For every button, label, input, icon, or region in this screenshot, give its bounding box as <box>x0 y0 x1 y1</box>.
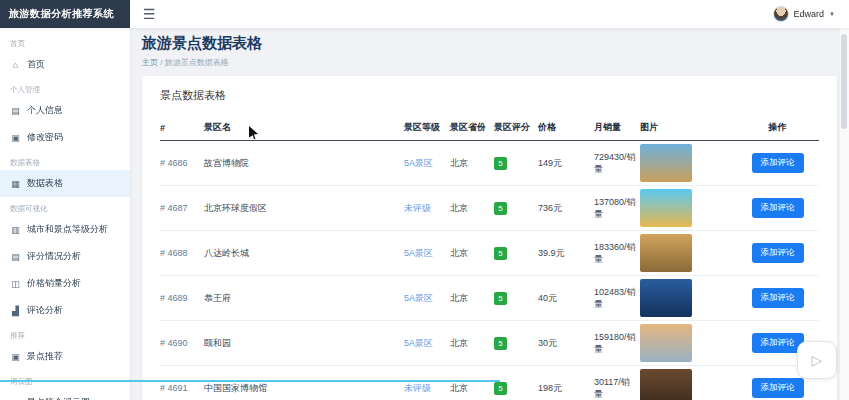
attraction-id: # 4687 <box>160 203 204 213</box>
lock-icon: ▣ <box>10 133 21 143</box>
attraction-level-link[interactable]: 5A景区 <box>404 292 450 305</box>
add-comment-button[interactable]: 添加评论 <box>752 333 804 353</box>
data-table-card: 景点数据表格 # 景区名 景区等级 景区省份 景区评分 价格 月销量 图片 操作 <box>142 76 837 400</box>
attraction-price: 149元 <box>538 157 594 170</box>
sidebar-item[interactable]: ▭ 景点简介词云图 <box>0 389 130 400</box>
universal-resort-thumbnail <box>640 189 692 227</box>
recommend-icon: ▣ <box>10 352 21 362</box>
table-body: # 4686 故宫博物院 5A景区 北京 5 149元 729430/销量 添加… <box>160 141 819 400</box>
attraction-province: 北京 <box>450 337 494 350</box>
score-badge: 5 <box>494 337 507 350</box>
breadcrumb-current: 旅游景点数据表格 <box>165 58 229 67</box>
sidebar-item-label: 修改密码 <box>27 131 63 144</box>
monthly-sales: 137080/销量 <box>594 196 640 220</box>
chevron-down-icon: ▼ <box>829 11 835 17</box>
attraction-level-link[interactable]: 未评级 <box>404 202 450 215</box>
table-column-header: 价格 <box>538 121 594 134</box>
sidebar-item[interactable]: ▦ 数据表格 <box>0 170 130 197</box>
sidebar-item-label: 景点简介词云图 <box>27 396 90 400</box>
sidebar-section-label: 推荐 <box>0 324 130 343</box>
attraction-name: 恭王府 <box>204 292 404 305</box>
sidebar-item-label: 个人信息 <box>27 104 63 117</box>
sidebar-item-label: 景点推荐 <box>27 350 63 363</box>
app-title: 旅游数据分析推荐系统 <box>0 0 130 28</box>
table-row: # 4690 颐和园 5A景区 北京 5 30元 159180/销量 添加评论 <box>160 321 819 366</box>
user-icon: ▤ <box>10 106 21 116</box>
sidebar-item[interactable]: ▟ 评论分析 <box>0 297 130 324</box>
palace-museum-thumbnail <box>640 144 692 182</box>
score-badge: 5 <box>494 292 507 305</box>
attraction-id: # 4686 <box>160 158 204 168</box>
video-progress-line <box>0 380 500 382</box>
sidebar-item-label: 价格销量分析 <box>27 277 81 290</box>
attraction-name: 故宫博物院 <box>204 157 404 170</box>
attraction-province: 北京 <box>450 247 494 260</box>
add-comment-button[interactable]: 添加评论 <box>752 198 804 218</box>
add-comment-button[interactable]: 添加评论 <box>752 243 804 263</box>
attraction-name: 中国国家博物馆 <box>204 382 404 395</box>
table-column-header: 景区省份 <box>450 121 494 134</box>
add-comment-button[interactable]: 添加评论 <box>752 378 804 398</box>
user-name[interactable]: Edward <box>794 9 825 19</box>
sidebar-item[interactable]: ▣ 景点推荐 <box>0 343 130 370</box>
national-museum-thumbnail <box>640 369 692 400</box>
monthly-sales: 183360/销量 <box>594 241 640 265</box>
play-icon: ▷ <box>812 352 823 368</box>
scrollbar-thumb[interactable] <box>841 34 847 129</box>
score-chart-icon: ▤ <box>10 252 21 262</box>
score-badge: 5 <box>494 382 507 395</box>
attraction-level-link[interactable]: 5A景区 <box>404 337 450 350</box>
breadcrumb-separator: / <box>160 58 162 67</box>
price-sales-chart-icon: ◫ <box>10 279 21 289</box>
add-comment-button[interactable]: 添加评论 <box>752 288 804 308</box>
attraction-price: 40元 <box>538 292 594 305</box>
breadcrumb: 主页 / 旅游景点数据表格 <box>142 57 837 68</box>
play-button[interactable]: ▷ <box>797 341 837 379</box>
avatar[interactable] <box>773 6 789 22</box>
sidebar: 首页 ⌂ 首页 个人管理 ▤ 个人信息 ▣ 修改密码 数据表格 ▦ 数据表格 数… <box>0 28 130 400</box>
sidebar-item[interactable]: ▥ 城市和景点等级分析 <box>0 216 130 243</box>
table-column-header: 操作 <box>740 121 819 134</box>
attraction-level-link[interactable]: 5A景区 <box>404 157 450 170</box>
attraction-province: 北京 <box>450 202 494 215</box>
add-comment-button[interactable]: 添加评论 <box>752 153 804 173</box>
attraction-level-link[interactable]: 5A景区 <box>404 247 450 260</box>
breadcrumb-home-link[interactable]: 主页 <box>142 58 158 67</box>
sidebar-item-label: 首页 <box>27 58 45 71</box>
table-column-header: # <box>160 123 204 133</box>
table-row: # 4689 恭王府 5A景区 北京 5 40元 102483/销量 添加评论 <box>160 276 819 321</box>
prince-gong-mansion-thumbnail <box>640 279 692 317</box>
monthly-sales: 729430/销量 <box>594 151 640 175</box>
score-badge: 5 <box>494 247 507 260</box>
sidebar-item[interactable]: ⌂ 首页 <box>0 51 130 78</box>
sidebar-item[interactable]: ▤ 评分情况分析 <box>0 243 130 270</box>
attraction-id: # 4691 <box>160 383 204 393</box>
score-badge: 5 <box>494 202 507 215</box>
sidebar-section-label: 数据可视化 <box>0 197 130 216</box>
sidebar-item-label: 评论分析 <box>27 304 63 317</box>
attraction-price: 198元 <box>538 382 594 395</box>
sidebar-item[interactable]: ◫ 价格销量分析 <box>0 270 130 297</box>
sidebar-item[interactable]: ▣ 修改密码 <box>0 124 130 151</box>
attraction-id: # 4688 <box>160 248 204 258</box>
attraction-price: 39.9元 <box>538 247 594 260</box>
comment-chart-icon: ▟ <box>10 306 21 316</box>
table-icon: ▦ <box>10 179 21 189</box>
page-scrollbar[interactable] <box>839 28 849 400</box>
great-wall-thumbnail <box>640 234 692 272</box>
attraction-level-link[interactable]: 未评级 <box>404 382 450 395</box>
user-menu[interactable]: Edward ▼ <box>773 0 849 28</box>
summer-palace-thumbnail <box>640 324 692 362</box>
home-icon: ⌂ <box>10 60 21 70</box>
hamburger-menu-icon[interactable]: ☰ <box>143 7 156 21</box>
table-column-header: 月销量 <box>594 121 640 133</box>
top-navbar: 旅游数据分析推荐系统 ☰ Edward ▼ <box>0 0 849 28</box>
sidebar-item-label: 城市和景点等级分析 <box>27 223 108 236</box>
sidebar-item-label: 数据表格 <box>27 177 63 190</box>
table-column-header: 景区评分 <box>494 121 538 134</box>
attraction-id: # 4689 <box>160 293 204 303</box>
table-column-header: 景区名 <box>204 121 404 134</box>
attraction-province: 北京 <box>450 157 494 170</box>
sidebar-item[interactable]: ▤ 个人信息 <box>0 97 130 124</box>
attraction-name: 颐和园 <box>204 337 404 350</box>
